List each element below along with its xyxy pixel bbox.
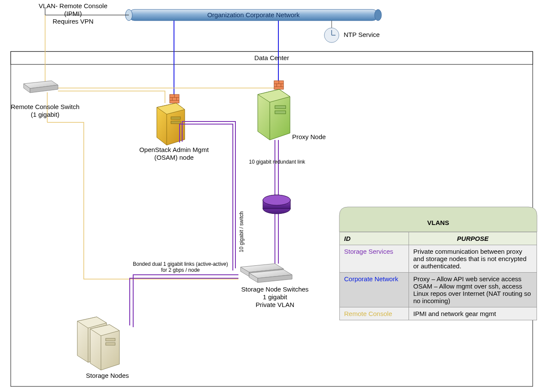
svg-rect-34 bbox=[275, 111, 286, 114]
svg-rect-28 bbox=[171, 117, 180, 119]
storage-nodes-icon bbox=[77, 317, 119, 370]
bonded-link-label: Bonded dual 1 gigabit links (active-acti… bbox=[125, 261, 236, 273]
remote-switch-label: Remote Console Switch (1 gigabit) bbox=[6, 103, 84, 119]
per-switch-label: 10 gigabit / switch bbox=[238, 206, 244, 258]
network-hub-icon bbox=[263, 195, 290, 214]
storage-nodes-label: Storage Nodes bbox=[75, 372, 140, 380]
vlans-title: VLANS bbox=[339, 219, 537, 227]
proxy-node-icon bbox=[258, 89, 290, 140]
data-center-label: Data Center bbox=[11, 54, 533, 62]
vlan-remote-label: VLAN- Remote Console (IPMI) Requires VPN bbox=[34, 2, 112, 25]
table-row: Corporate Network Proxy – Allow API web … bbox=[340, 273, 537, 307]
remote-console-switch-icon bbox=[24, 81, 58, 93]
table-row: Remote Console IPMI and network gear mgm… bbox=[340, 307, 537, 320]
proxy-label: Proxy Node bbox=[292, 133, 344, 141]
svg-rect-33 bbox=[275, 106, 286, 109]
svg-point-42 bbox=[263, 195, 290, 205]
osam-label: OpenStack Admin Mgmt (OSAM) node bbox=[131, 146, 217, 161]
svg-rect-29 bbox=[171, 121, 180, 124]
firewall-icon-proxy bbox=[274, 81, 284, 89]
ntp-label: NTP Service bbox=[344, 31, 395, 39]
vlans-id-header: ID bbox=[340, 232, 409, 245]
firewall-icon-osam bbox=[170, 94, 179, 103]
svg-rect-56 bbox=[106, 343, 115, 345]
table-row: Storage Services Private communication b… bbox=[340, 245, 537, 273]
vlans-purpose-header: PURPOSE bbox=[409, 232, 537, 245]
vlans-table: ID PURPOSE Storage Services Private comm… bbox=[339, 232, 537, 320]
storage-node-switches-icon bbox=[241, 264, 292, 283]
redundant-link-label: 10 gigabit redundant link bbox=[241, 159, 314, 165]
svg-rect-55 bbox=[106, 338, 115, 341]
ntp-clock-icon bbox=[324, 21, 339, 43]
corporate-network-label: Organization Corporate Network bbox=[129, 11, 378, 19]
storage-switch-label: Storage Node Switches 1 gigabit Private … bbox=[232, 286, 318, 309]
